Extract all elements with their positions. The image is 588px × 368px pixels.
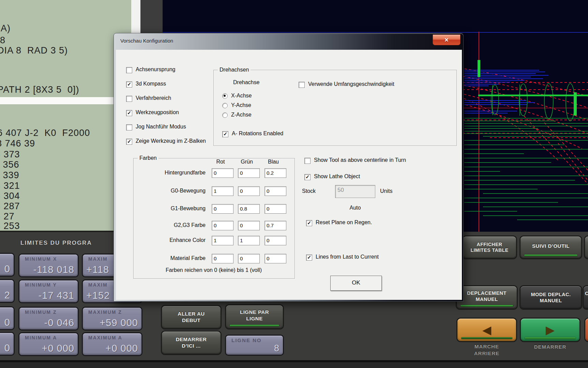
radio-label: Z-Achse (231, 112, 252, 118)
gcode-line: 8 (0, 35, 5, 46)
color-field[interactable]: 0 (238, 168, 260, 178)
active-indicator (461, 337, 512, 339)
checkbox-label: Show Lathe Object (314, 173, 360, 180)
dro-partial: 0 (0, 333, 14, 355)
color-field[interactable]: 0 (265, 186, 286, 196)
umfangsgeschwindigkeit-checkbox[interactable] (299, 82, 305, 88)
row-label: G2,G3 Farbe (124, 222, 206, 228)
dialog-body: Achsenursprung ✓ 3d Kompass Verfahrberei… (116, 50, 462, 300)
suivi-doutil-button[interactable]: SUIVI D’OUTIL (521, 236, 581, 258)
stock-label: Stock (302, 188, 316, 194)
deplacement-manuel-button[interactable]: DEPLACEMENT MANUEL (457, 286, 517, 309)
aller-au-debut-button[interactable]: ALLER AU DEBUT (162, 306, 221, 328)
reset-plane-checkbox[interactable]: ✓ (306, 220, 312, 226)
row-label: Hintergrundfarbe (124, 170, 206, 176)
color-field[interactable]: 0 (212, 221, 233, 230)
checkbox-label: Reset Plane on Regen. (316, 219, 372, 226)
checkbox-label: Verwende Umfangsgeschwindigkeit (308, 81, 394, 87)
column-header-blau: Blau (265, 159, 282, 165)
dialog-title[interactable]: Vorschau Konfiguration (120, 38, 173, 44)
color-field[interactable]: 0.2 (265, 168, 286, 178)
active-indicator (525, 337, 576, 339)
a-rotations-checkbox[interactable]: ✓ (222, 131, 228, 137)
check-icon: ✓ (127, 110, 131, 116)
row-label: G1-Bewebung (124, 205, 206, 212)
stock-input[interactable]: 50 (335, 185, 375, 198)
edge-button-partial[interactable]: C (584, 286, 588, 309)
color-field[interactable]: 0 (265, 236, 286, 245)
column-header-rot: Rot (212, 159, 229, 165)
color-field[interactable]: 0 (212, 254, 233, 263)
limits-header: LIMITES DU PROGRA (20, 240, 119, 246)
checkbox-label: Werkzeugposition (136, 109, 179, 116)
vorschau-konfiguration-dialog: Vorschau Konfiguration ✕ Achsenursprung … (114, 33, 464, 302)
radio-label: Y-Achse (231, 102, 251, 108)
radio-label: X-Achse (231, 93, 252, 99)
ligne-par-ligne-button[interactable]: LIGNE PAR LIGNE (226, 305, 283, 328)
auto-label: Auto (335, 205, 375, 211)
lines-from-last-checkbox[interactable]: ✓ (306, 255, 312, 261)
gcode-panel[interactable]: A) 8 DIA 8 RAD 3 5) PATH 2 [8X3 5 0]) 6 … (0, 0, 131, 232)
edge-button-partial[interactable] (585, 319, 588, 341)
x-achse-radio[interactable] (222, 93, 228, 99)
gcode-line: 6 321 (0, 181, 20, 191)
close-button[interactable]: ✕ (433, 34, 461, 45)
gcode-line: 6 339 (0, 170, 19, 181)
color-field[interactable]: 0 (238, 221, 260, 230)
color-field[interactable]: 1 (212, 186, 233, 196)
column-header-gruen: Grün (238, 159, 256, 165)
check-icon: ✓ (305, 174, 310, 180)
color-field[interactable]: 1 (238, 236, 260, 245)
y-achse-radio[interactable] (222, 103, 228, 108)
zeige-werkzeug-checkbox[interactable]: ✓ (126, 139, 132, 145)
z-achse-radio[interactable] (222, 112, 228, 118)
color-field[interactable]: 0.7 (265, 221, 286, 230)
group-title: Farben (138, 155, 159, 161)
achsenursprung-checkbox[interactable] (126, 67, 132, 73)
show-lathe-object-checkbox[interactable]: ✓ (304, 174, 311, 180)
werkzeugposition-checkbox[interactable]: ✓ (126, 110, 132, 116)
edge-button-partial[interactable] (585, 236, 588, 258)
check-icon: ✓ (223, 131, 227, 137)
ligne-no-field[interactable]: LIGNE NO 8 (226, 336, 283, 355)
active-indicator (524, 255, 577, 256)
color-field[interactable]: 0 (265, 204, 286, 214)
demarrer-dici-button[interactable]: DEMARRER D’ICI ... (162, 332, 221, 354)
color-field[interactable]: 0 (238, 186, 260, 196)
demarrer-button[interactable]: ▶ (521, 319, 579, 341)
show-tool-checkbox[interactable] (304, 158, 311, 164)
color-field[interactable]: 0 (212, 168, 233, 178)
group-title: Drehachsen (218, 67, 251, 73)
afficher-limites-table-button[interactable]: AFFICHER LIMITES TABLE (463, 236, 516, 258)
jog-nachfuehr-checkbox[interactable] (126, 124, 132, 131)
checkbox-label: Jog Nachführ Modus (136, 124, 186, 130)
dro-partial: 2 (0, 280, 14, 302)
tool-marker (478, 60, 480, 77)
mode-deplac-manuel-button[interactable]: MODE DEPLAC. MANUEL (521, 286, 581, 309)
row-label: G0-Bewegung (124, 188, 206, 194)
reverse-icon: ◀ (482, 324, 491, 336)
gcode-line: 6 253 (0, 221, 20, 231)
dro-maximum-z: MAXIMUM Z +59 000 (83, 308, 141, 329)
ok-button[interactable]: OK (330, 276, 382, 291)
color-field[interactable]: 1 (212, 236, 233, 245)
dro-maximum-a: MAXIMUM A +0 000 (83, 333, 141, 355)
gcode-highlight-line[interactable] (0, 97, 131, 104)
color-field[interactable]: 0 (265, 254, 286, 263)
check-icon: ✓ (307, 255, 311, 260)
checkbox-label: 3d Kompass (136, 81, 166, 87)
color-field[interactable]: 0 (212, 204, 233, 214)
color-field[interactable]: 0.8 (238, 204, 260, 214)
bottom-strip (0, 362, 588, 368)
verfahrbereich-checkbox[interactable] (126, 96, 132, 102)
marche-arriere-button[interactable]: ◀ (457, 319, 516, 341)
check-icon: ✓ (127, 81, 131, 87)
gcode-line: DIA 8 RAD 3 5) (0, 45, 68, 56)
gcode-line: 6 27 (0, 211, 15, 222)
dro-minimum-y: MINIMUM Y -17 431 (19, 280, 78, 302)
row-label: Enhance Color (124, 237, 206, 243)
gcode-line: A) (1, 23, 11, 34)
marche-arriere-caption: MARCHE ARRIERE (457, 343, 516, 356)
color-field[interactable]: 0 (238, 254, 260, 263)
3d-kompass-checkbox[interactable]: ✓ (126, 81, 132, 88)
